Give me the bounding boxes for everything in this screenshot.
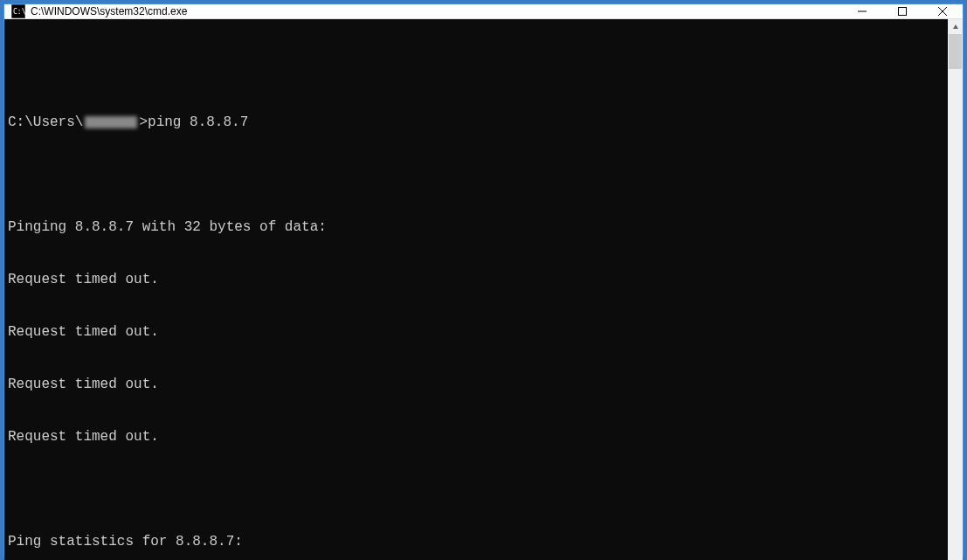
terminal[interactable]: C:\Users\>ping 8.8.8.7 Pinging 8.8.8.7 w…	[4, 19, 948, 560]
window-title: C:\WINDOWS\system32\cmd.exe	[31, 5, 842, 17]
prompt-suffix: >	[139, 114, 148, 130]
prompt-line: C:\Users\>ping 8.8.8.7	[8, 114, 944, 131]
cmd-window: C:\ C:\WINDOWS\system32\cmd.exe C:\Users…	[3, 3, 964, 557]
scrollbar-thumb[interactable]	[949, 34, 962, 69]
scrollbar-track[interactable]	[948, 34, 963, 560]
output-line: Pinging 8.8.8.7 with 32 bytes of data:	[8, 218, 944, 236]
output-line: Request timed out.	[8, 271, 944, 288]
svg-marker-6	[953, 24, 958, 29]
maximize-button[interactable]	[882, 4, 922, 18]
close-button[interactable]	[922, 4, 963, 18]
scrollbar-up-button[interactable]	[948, 19, 963, 34]
svg-text:C:\: C:\	[13, 8, 25, 16]
terminal-line	[8, 61, 944, 79]
command-text: ping 8.8.8.7	[148, 114, 248, 130]
prompt-path: C:\Users\	[8, 114, 83, 130]
vertical-scrollbar[interactable]	[948, 19, 963, 560]
output-line: Request timed out.	[8, 323, 944, 341]
output-line: Ping statistics for 8.8.8.7:	[8, 533, 944, 550]
titlebar[interactable]: C:\ C:\WINDOWS\system32\cmd.exe	[4, 4, 963, 19]
terminal-line	[8, 166, 944, 183]
terminal-line	[8, 480, 944, 498]
minimize-button[interactable]	[842, 4, 882, 18]
svg-rect-3	[899, 8, 907, 16]
redacted-username	[85, 116, 137, 128]
cmd-icon: C:\	[11, 4, 25, 18]
output-line: Request timed out.	[8, 376, 944, 393]
content-area: C:\Users\>ping 8.8.8.7 Pinging 8.8.8.7 w…	[4, 19, 963, 560]
window-controls	[842, 4, 963, 18]
output-line: Request timed out.	[8, 428, 944, 446]
